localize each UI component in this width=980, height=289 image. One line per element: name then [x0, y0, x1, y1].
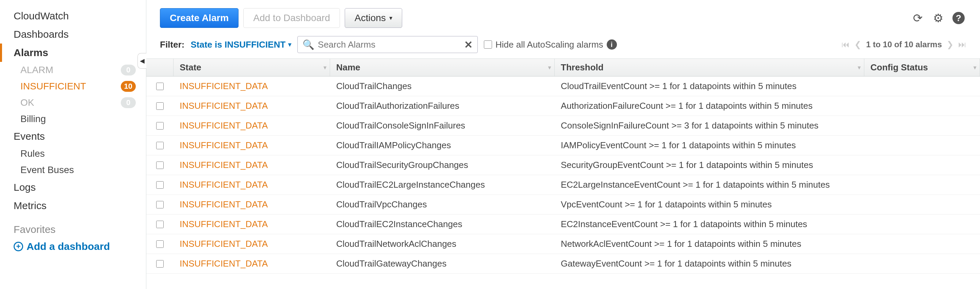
row-checkbox-cell[interactable] — [146, 136, 173, 155]
search-input-wrap[interactable]: 🔍 ✕ — [298, 36, 478, 53]
state-text: INSUFFICIENT_DATA — [180, 101, 268, 111]
table-row[interactable]: INSUFFICIENT_DATACloudTrailConsoleSignIn… — [146, 116, 980, 136]
settings-button[interactable]: ⚙ — [930, 10, 946, 26]
row-checkbox[interactable] — [156, 102, 164, 110]
sidebar-item-alarm-state-alarm[interactable]: ALARM 0 — [0, 62, 146, 78]
table-row[interactable]: INSUFFICIENT_DATACloudTrailEC2LargeInsta… — [146, 175, 980, 195]
row-config-cell — [864, 254, 980, 273]
row-name-cell[interactable]: CloudTrailChanges — [330, 76, 555, 96]
pager-last-button[interactable]: ⏭ — [958, 40, 966, 49]
create-alarm-button[interactable]: Create Alarm — [160, 8, 239, 28]
column-header-name[interactable]: Name▾ — [330, 59, 555, 76]
hide-autoscaling-checkbox[interactable] — [484, 40, 492, 49]
row-state-cell: INSUFFICIENT_DATA — [173, 195, 330, 214]
row-checkbox-cell[interactable] — [146, 156, 173, 175]
search-input[interactable] — [318, 40, 461, 50]
row-config-cell — [864, 175, 980, 194]
sidebar-item-label: OK — [21, 97, 34, 108]
info-icon[interactable]: i — [607, 40, 617, 50]
row-config-cell — [864, 96, 980, 116]
row-checkbox[interactable] — [156, 142, 164, 149]
table-row[interactable]: INSUFFICIENT_DATACloudTrailAuthorization… — [146, 96, 980, 116]
column-header-config[interactable]: Config Status▾ — [864, 59, 980, 76]
pager: ⏮ ❮ 1 to 10 of 10 alarms ❯ ⏭ — [842, 40, 966, 49]
refresh-button[interactable]: ⟳ — [910, 10, 926, 26]
count-badge: 10 — [121, 81, 136, 92]
row-name-cell[interactable]: CloudTrailGatewayChanges — [330, 254, 555, 273]
row-checkbox[interactable] — [156, 122, 164, 130]
help-button[interactable]: ? — [951, 10, 966, 26]
row-name-cell[interactable]: CloudTrailSecurityGroupChanges — [330, 156, 555, 175]
row-checkbox-cell[interactable] — [146, 76, 173, 96]
actions-dropdown-button[interactable]: Actions ▾ — [345, 8, 402, 28]
pager-first-button[interactable]: ⏮ — [842, 40, 850, 49]
sidebar-item-metrics[interactable]: Metrics — [0, 197, 146, 215]
filter-bar: Filter: State is INSUFFICIENT ▾ 🔍 ✕ Hide… — [146, 34, 980, 59]
row-name-cell[interactable]: CloudTrailVpcChanges — [330, 195, 555, 214]
row-name-cell[interactable]: CloudTrailEC2LargeInstanceChanges — [330, 175, 555, 194]
row-name-cell[interactable]: CloudTrailNetworkAclChanges — [330, 234, 555, 254]
table-row[interactable]: INSUFFICIENT_DATACloudTrailChangesCloudT… — [146, 76, 980, 96]
row-checkbox[interactable] — [156, 162, 164, 169]
row-checkbox-cell[interactable] — [146, 116, 173, 135]
sidebar-item-label: Alarms — [14, 47, 48, 59]
sidebar-item-dashboards[interactable]: Dashboards — [0, 25, 146, 43]
sidebar-collapse-handle[interactable]: ◀ — [137, 53, 146, 69]
row-checkbox-cell[interactable] — [146, 234, 173, 254]
sidebar-item-alarm-state-insufficient[interactable]: INSUFFICIENT 10 — [0, 78, 146, 95]
column-header-threshold[interactable]: Threshold▾ — [555, 59, 864, 76]
pager-text: 1 to 10 of 10 alarms — [866, 40, 942, 49]
row-checkbox[interactable] — [156, 201, 164, 208]
table-row[interactable]: INSUFFICIENT_DATACloudTrailSecurityGroup… — [146, 156, 980, 175]
row-config-cell — [864, 116, 980, 135]
sidebar-item-event-buses[interactable]: Event Buses — [0, 162, 146, 178]
table-body: INSUFFICIENT_DATACloudTrailChangesCloudT… — [146, 76, 980, 274]
add-dashboard-link[interactable]: + Add a dashboard — [0, 239, 146, 256]
row-checkbox-cell[interactable] — [146, 254, 173, 273]
row-name-cell[interactable]: CloudTrailEC2InstanceChanges — [330, 214, 555, 234]
table-row[interactable]: INSUFFICIENT_DATACloudTrailEC2InstanceCh… — [146, 214, 980, 234]
add-to-dashboard-button: Add to Dashboard — [243, 8, 340, 28]
header-label: Config Status — [870, 62, 928, 73]
row-checkbox[interactable] — [156, 260, 164, 268]
sidebar-item-cloudwatch[interactable]: CloudWatch — [0, 7, 146, 25]
table-row[interactable]: INSUFFICIENT_DATACloudTrailNetworkAclCha… — [146, 234, 980, 254]
row-name-cell[interactable]: CloudTrailConsoleSignInFailures — [330, 116, 555, 135]
sidebar-item-alarm-state-ok[interactable]: OK 0 — [0, 95, 146, 111]
row-checkbox[interactable] — [156, 240, 164, 248]
table-row[interactable]: INSUFFICIENT_DATACloudTrailIAMPolicyChan… — [146, 136, 980, 156]
table-row[interactable]: INSUFFICIENT_DATACloudTrailVpcChangesVpc… — [146, 195, 980, 214]
row-checkbox[interactable] — [156, 181, 164, 189]
sort-icon: ▾ — [858, 64, 861, 71]
row-threshold-cell: VpcEventCount >= 1 for 1 datapoints with… — [555, 195, 864, 214]
sidebar-item-logs[interactable]: Logs — [0, 178, 146, 197]
sidebar-item-events[interactable]: Events — [0, 127, 146, 146]
pager-next-button[interactable]: ❯ — [947, 40, 953, 49]
select-all-header[interactable] — [146, 59, 173, 76]
row-threshold-cell: CloudTrailEventCount >= 1 for 1 datapoin… — [555, 76, 864, 96]
row-name-cell[interactable]: CloudTrailAuthorizationFailures — [330, 96, 555, 116]
row-checkbox-cell[interactable] — [146, 96, 173, 116]
add-dashboard-label: Add a dashboard — [27, 241, 110, 252]
row-state-cell: INSUFFICIENT_DATA — [173, 156, 330, 175]
row-checkbox-cell[interactable] — [146, 175, 173, 194]
sidebar-item-alarms[interactable]: Alarms — [0, 43, 146, 62]
row-checkbox-cell[interactable] — [146, 214, 173, 234]
state-text: INSUFFICIENT_DATA — [180, 140, 268, 151]
refresh-icon: ⟳ — [913, 11, 923, 25]
row-checkbox[interactable] — [156, 83, 164, 90]
row-checkbox[interactable] — [156, 221, 164, 228]
clear-search-button[interactable]: ✕ — [464, 39, 473, 51]
sidebar-item-label: Events — [14, 130, 45, 142]
row-state-cell: INSUFFICIENT_DATA — [173, 76, 330, 96]
row-checkbox-cell[interactable] — [146, 195, 173, 214]
pager-prev-button[interactable]: ❮ — [854, 40, 861, 49]
sidebar-item-billing[interactable]: Billing — [0, 111, 146, 127]
column-header-state[interactable]: State▾ — [173, 59, 330, 76]
state-filter-dropdown[interactable]: State is INSUFFICIENT ▾ — [191, 40, 291, 50]
hide-autoscaling-checkbox-wrap[interactable]: Hide all AutoScaling alarms i — [484, 40, 617, 50]
sort-icon: ▾ — [324, 64, 326, 71]
table-row[interactable]: INSUFFICIENT_DATACloudTrailGatewayChange… — [146, 254, 980, 274]
row-name-cell[interactable]: CloudTrailIAMPolicyChanges — [330, 136, 555, 155]
sidebar-item-rules[interactable]: Rules — [0, 146, 146, 162]
